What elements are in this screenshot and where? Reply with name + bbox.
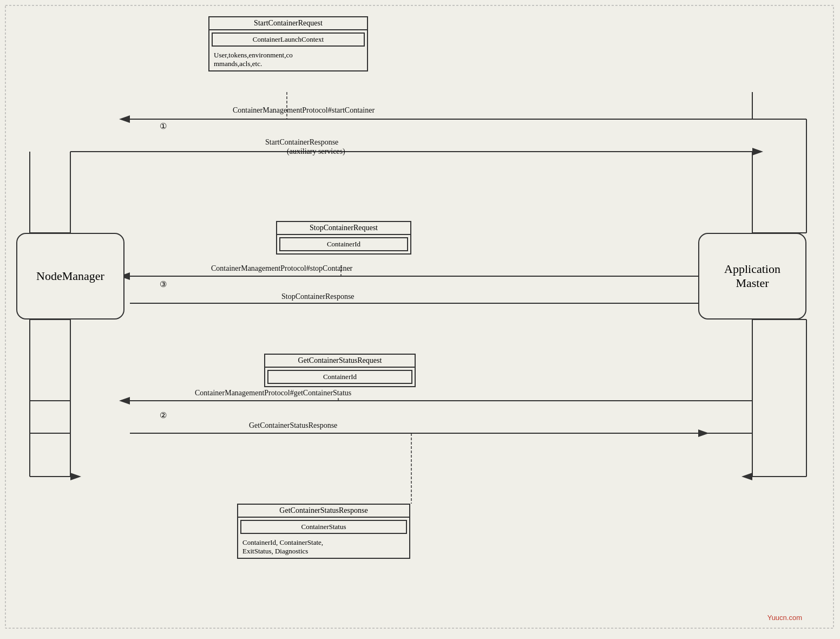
get-container-status-request-title: GetContainerStatusRequest bbox=[265, 355, 415, 368]
start-container-arrow-label: ContainerManagementProtocol#startContain… bbox=[233, 106, 375, 115]
start-container-request-box: StartContainerRequest ContainerLaunchCon… bbox=[208, 16, 368, 71]
get-container-status-response-body: ContainerId, ContainerState,ExitStatus, … bbox=[238, 536, 409, 558]
diagram-svg bbox=[0, 0, 840, 639]
start-container-num: ① bbox=[160, 121, 167, 131]
get-container-status-response-box: GetContainerStatusResponse ContainerStat… bbox=[237, 504, 410, 559]
stop-container-response-label: StopContainerResponse bbox=[281, 292, 355, 301]
watermark: Yuucn.com bbox=[767, 614, 802, 622]
node-manager-label: NodeManager bbox=[36, 269, 104, 283]
stop-container-request-box: StopContainerRequest ContainerId bbox=[276, 221, 411, 255]
start-container-response-label: StartContainerResponse bbox=[265, 138, 338, 147]
get-container-status-request-box: GetContainerStatusRequest ContainerId bbox=[264, 354, 416, 387]
start-container-response-sub: (auxiliary services) bbox=[287, 147, 345, 156]
start-container-request-title: StartContainerRequest bbox=[209, 17, 367, 30]
application-master-box: Application Master bbox=[698, 233, 806, 320]
get-container-status-arrow-label: ContainerManagementProtocol#getContainer… bbox=[195, 389, 351, 397]
start-container-request-body: User,tokens,environment,commands,acls,et… bbox=[209, 49, 367, 70]
stop-container-num: ③ bbox=[160, 279, 167, 289]
application-master-label: Application Master bbox=[724, 262, 780, 290]
get-status-container-id-box: ContainerId bbox=[267, 370, 412, 384]
container-status-inner-box: ContainerStatus bbox=[240, 520, 407, 534]
get-container-status-response-arrow-label: GetContainerStatusResponse bbox=[249, 421, 337, 430]
stop-container-request-title: StopContainerRequest bbox=[277, 222, 410, 235]
get-container-status-response-title: GetContainerStatusResponse bbox=[238, 505, 409, 518]
container-launch-context-box: ContainerLaunchContext bbox=[212, 32, 365, 47]
node-manager-box: NodeManager bbox=[16, 233, 124, 320]
stop-container-id-box: ContainerId bbox=[279, 237, 408, 251]
stop-container-arrow-label: ContainerManagementProtocol#stopContaine… bbox=[211, 264, 352, 273]
diagram-container: NodeManager Application Master StartCont… bbox=[0, 0, 840, 639]
get-container-status-num: ② bbox=[160, 410, 167, 420]
